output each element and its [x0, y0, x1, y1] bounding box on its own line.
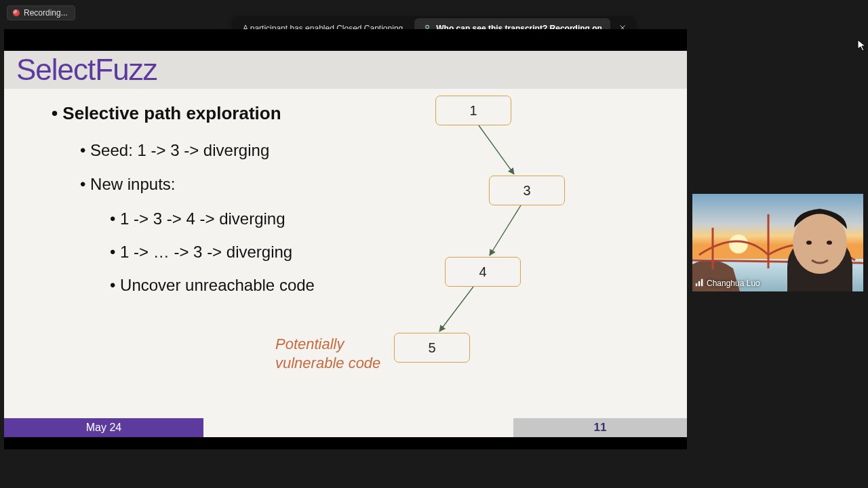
- footer-page-number: 11: [513, 418, 687, 437]
- flow-node-3: 3: [489, 176, 565, 205]
- svg-point-11: [806, 241, 812, 245]
- note-line-1: Potentially: [275, 336, 344, 352]
- slide-header: SelectFuzz: [4, 51, 687, 89]
- footer-date: May 24: [4, 418, 203, 437]
- cursor-icon: [857, 39, 867, 52]
- bullet-seed: Seed: 1 -> 3 -> diverging: [80, 139, 315, 163]
- recording-indicator: Recording...: [7, 5, 75, 20]
- speaker-name: Changhua Luo: [707, 279, 760, 288]
- bullet-new-inputs: New inputs:: [80, 173, 315, 197]
- flow-node-1: 1: [435, 96, 511, 125]
- svg-point-5: [729, 235, 748, 253]
- svg-rect-15: [701, 279, 703, 287]
- svg-line-2: [490, 205, 521, 256]
- vulnerable-note: Potentially vulnerable code: [275, 335, 380, 372]
- bullet-list: Selective path exploration Seed: 1 -> 3 …: [52, 101, 315, 307]
- bullet-input-3: Uncover unreachable code: [110, 274, 315, 298]
- svg-line-3: [439, 287, 473, 331]
- svg-point-12: [827, 241, 832, 245]
- slide-title: SelectFuzz: [16, 53, 157, 87]
- svg-line-1: [479, 125, 514, 174]
- svg-point-0: [426, 25, 429, 28]
- note-line-2: vulnerable code: [275, 354, 380, 371]
- webcam-scene: [692, 194, 863, 291]
- bullet-input-2: 1 -> … -> 3 -> diverging: [110, 241, 315, 264]
- speaker-video-tile[interactable]: Changhua Luo: [692, 194, 863, 291]
- recording-label: Recording...: [24, 8, 68, 18]
- bullet-heading: Selective path exploration: [52, 101, 315, 127]
- record-icon: [13, 9, 20, 16]
- footer-spacer: [203, 418, 513, 437]
- flow-node-5: 5: [394, 333, 470, 363]
- signal-icon: [695, 278, 704, 289]
- slide-body: Selective path exploration Seed: 1 -> 3 …: [4, 89, 687, 418]
- speaker-name-tag: Changhua Luo: [695, 278, 760, 289]
- flow-node-4: 4: [445, 257, 521, 287]
- bullet-input-1: 1 -> 3 -> 4 -> diverging: [110, 207, 315, 231]
- svg-rect-13: [696, 283, 697, 286]
- slide-footer: May 24 11: [4, 418, 687, 437]
- svg-rect-14: [698, 281, 700, 286]
- slide: SelectFuzz Selective path exploration Se…: [4, 51, 687, 437]
- shared-screen: SelectFuzz Selective path exploration Se…: [4, 29, 687, 449]
